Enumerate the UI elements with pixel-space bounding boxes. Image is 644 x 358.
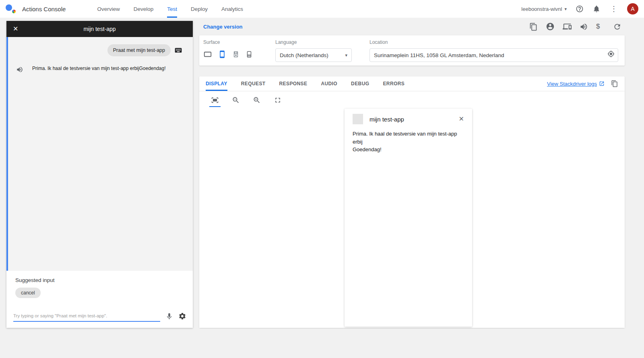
preview-card-title: mijn test-app xyxy=(369,116,459,123)
workspace-toolbar: Change version $ xyxy=(199,18,625,35)
app-title: Actions Console xyxy=(22,6,66,12)
simulator-panel: ✕ mijn test-app Praat met mijn test-app … xyxy=(6,21,193,328)
microphone-icon[interactable] xyxy=(165,312,173,320)
close-icon[interactable]: ✕ xyxy=(13,26,18,32)
main-nav: Overview Develop Test Deploy Analytics xyxy=(97,0,243,18)
preview-card-body: Prima. Ik haal de testversie van mijn te… xyxy=(345,128,472,154)
simulator-input-bar xyxy=(6,309,193,328)
stackdriver-logs-label: View Stackdriver logs xyxy=(547,81,597,87)
user-message-bubble: Praat met mijn test-app xyxy=(107,44,171,56)
speaker-icon[interactable] xyxy=(16,66,23,73)
nav-analytics[interactable]: Analytics xyxy=(221,0,243,18)
tab-display[interactable]: DISPLAY xyxy=(206,76,227,91)
tab-request[interactable]: REQUEST xyxy=(241,76,266,91)
my-location-icon[interactable] xyxy=(607,50,615,58)
surface-options xyxy=(203,50,258,59)
result-tabs: DISPLAY REQUEST RESPONSE AUDIO DEBUG ERR… xyxy=(199,76,625,91)
tabs-right-actions: View Stackdriver logs xyxy=(547,76,618,91)
top-header: Actions Console Overview Develop Test De… xyxy=(0,0,644,18)
chevron-down-icon: ▾ xyxy=(564,6,567,12)
suggested-input-label: Suggested input xyxy=(15,277,193,283)
speaker-surface-icon[interactable] xyxy=(232,51,239,58)
nav-develop[interactable]: Develop xyxy=(134,0,154,18)
location-input[interactable] xyxy=(369,48,618,62)
fit-screen-icon[interactable] xyxy=(209,95,221,107)
display-toolbar xyxy=(199,91,625,107)
stackdriver-logs-link[interactable]: View Stackdriver logs xyxy=(547,81,605,87)
chat-area: Praat met mijn test-app Prima. Ik haal d… xyxy=(6,37,193,271)
monetization-icon[interactable]: $ xyxy=(596,23,605,31)
language-group: Language Dutch (Netherlands) ▾ xyxy=(275,39,352,66)
suggestion-chip-cancel[interactable]: cancel xyxy=(15,288,41,298)
location-label: Location xyxy=(369,39,618,45)
language-select[interactable]: Dutch (Netherlands) ▾ xyxy=(275,48,352,62)
open-in-new-icon xyxy=(599,81,605,86)
surface-group: Surface xyxy=(203,39,258,66)
language-label: Language xyxy=(275,39,352,45)
change-version-link[interactable]: Change version xyxy=(203,24,243,30)
more-options-icon[interactable]: ⋮ xyxy=(609,4,618,13)
assistant-message-text: Prima. Ik haal de testversie van mijn te… xyxy=(32,65,166,72)
zoom-out-icon[interactable] xyxy=(230,95,242,107)
copy-request-icon[interactable] xyxy=(529,23,538,31)
account-circle-icon[interactable] xyxy=(546,22,555,31)
simulator-title: mijn test-app xyxy=(6,26,193,32)
suggested-input-section: Suggested input cancel xyxy=(6,271,193,309)
simulator-text-input[interactable] xyxy=(13,311,160,322)
preview-body-line: Goedendag! xyxy=(353,146,464,154)
refresh-icon[interactable] xyxy=(613,23,621,31)
preview-card-header: mijn test-app ✕ xyxy=(345,109,472,128)
simulator-header: ✕ mijn test-app xyxy=(6,21,193,37)
chevron-down-icon: ▾ xyxy=(345,53,347,58)
zoom-in-icon[interactable] xyxy=(251,95,262,107)
workspace-icons: $ xyxy=(529,22,621,31)
results-panel: DISPLAY REQUEST RESPONSE AUDIO DEBUG ERR… xyxy=(199,76,625,328)
keyboard-icon[interactable] xyxy=(174,46,182,54)
smart-display-surface-icon[interactable] xyxy=(203,50,212,59)
fullscreen-icon[interactable] xyxy=(272,95,283,107)
app-avatar-placeholder xyxy=(353,114,363,124)
tab-audio[interactable]: AUDIO xyxy=(321,76,337,91)
phone-surface-icon[interactable] xyxy=(218,50,226,58)
nav-test[interactable]: Test xyxy=(167,0,177,18)
user-avatar[interactable]: A xyxy=(627,3,638,14)
header-actions: leeboonstra-wivnl ▾ ⋮ A xyxy=(521,3,638,14)
surface-label: Surface xyxy=(203,39,258,45)
feature-phone-surface-icon[interactable] xyxy=(246,51,253,58)
close-icon[interactable]: ✕ xyxy=(459,116,464,122)
display-tab-content: mijn test-app ✕ Prima. Ik haal de testve… xyxy=(199,91,625,328)
notifications-bell-icon[interactable] xyxy=(592,5,601,13)
account-name: leeboonstra-wivnl xyxy=(521,6,562,12)
user-message-row: Praat met mijn test-app xyxy=(8,44,193,56)
page-content: ✕ mijn test-app Praat met mijn test-app … xyxy=(0,18,644,358)
volume-icon[interactable] xyxy=(580,23,588,31)
assistant-message-row: Prima. Ik haal de testversie van mijn te… xyxy=(8,65,193,73)
devices-icon[interactable] xyxy=(563,22,572,31)
simulator-settings-card: Surface Language xyxy=(199,35,625,66)
assistant-logo-icon xyxy=(6,4,17,14)
language-selected-value: Dutch (Netherlands) xyxy=(280,52,328,58)
tab-errors[interactable]: ERRORS xyxy=(383,76,405,91)
settings-gear-icon[interactable] xyxy=(178,312,186,320)
assistant-logo-small-dot xyxy=(12,10,16,13)
nav-deploy[interactable]: Deploy xyxy=(191,0,208,18)
help-icon[interactable] xyxy=(576,5,584,13)
test-workspace: Change version $ xyxy=(199,18,625,358)
assistant-logo-big-dot xyxy=(6,4,12,11)
device-preview-card: mijn test-app ✕ Prima. Ik haal de testve… xyxy=(345,109,472,327)
copy-icon[interactable] xyxy=(611,80,618,87)
tab-debug[interactable]: DEBUG xyxy=(351,76,369,91)
tab-response[interactable]: RESPONSE xyxy=(279,76,308,91)
location-group: Location xyxy=(369,39,618,66)
preview-body-line: Prima. Ik haal de testversie van mijn te… xyxy=(353,130,464,146)
nav-overview[interactable]: Overview xyxy=(97,0,120,18)
account-selector[interactable]: leeboonstra-wivnl ▾ xyxy=(521,6,567,12)
